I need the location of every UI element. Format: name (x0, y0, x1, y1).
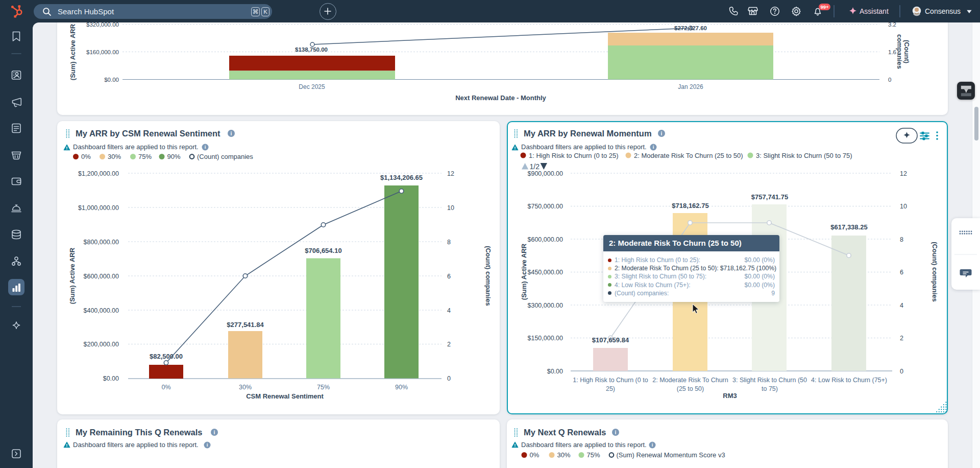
svg-text:My Remaining This Q Renewals: My Remaining This Q Renewals (76, 428, 202, 437)
svg-text:$1,200,000.00: $1,200,000.00 (78, 170, 119, 177)
svg-text:$757,741.75: $757,741.75 (751, 193, 788, 201)
svg-text:Next Renewal Date - Monthly: Next Renewal Date - Monthly (455, 94, 546, 102)
svg-text:4: 4 (447, 307, 451, 314)
svg-text:8: 8 (447, 239, 451, 246)
svg-text:12: 12 (900, 170, 907, 177)
svg-text:75%: 75% (317, 384, 330, 391)
svg-text:0: 0 (447, 375, 451, 382)
svg-text:i: i (652, 442, 653, 448)
svg-text:1.6: 1.6 (888, 49, 896, 55)
svg-text:i: i (661, 131, 663, 136)
svg-text:(Count) companies: (Count) companies (197, 153, 253, 160)
svg-text:Jan 2026: Jan 2026 (678, 83, 703, 90)
svg-text:CSM Renewal Sentiment: CSM Renewal Sentiment (246, 392, 324, 400)
svg-text:$750,000.00: $750,000.00 (527, 203, 563, 210)
svg-text:2: 2 (447, 341, 451, 348)
svg-text:$272,427.60: $272,427.60 (674, 25, 707, 31)
svg-text:(25 to 50): (25 to 50) (677, 385, 704, 392)
svg-text:to 75): to 75) (762, 385, 778, 392)
svg-text:Dashboard filters are applied: Dashboard filters are applied to this re… (73, 143, 199, 151)
svg-text:i: i (615, 430, 617, 435)
svg-text:6: 6 (447, 273, 451, 280)
svg-text:companies: companies (896, 34, 903, 69)
svg-text:30%: 30% (239, 384, 252, 391)
svg-text:$0.00: $0.00 (104, 77, 119, 83)
svg-text:4: Low Risk to Churn (75+): 4: Low Risk to Churn (75+) (811, 377, 887, 384)
svg-text:12: 12 (447, 170, 454, 177)
svg-text:$400,000.00: $400,000.00 (83, 307, 119, 314)
svg-text:$900,000.00: $900,000.00 (527, 170, 563, 177)
svg-text:$160,000.00: $160,000.00 (86, 49, 119, 55)
svg-text:1/2: 1/2 (530, 162, 540, 171)
svg-text:$617,338.25: $617,338.25 (830, 223, 867, 231)
svg-text:6: 6 (900, 269, 903, 276)
svg-text:30%: 30% (108, 153, 121, 160)
svg-text:Dashboard filters are applied: Dashboard filters are applied to this re… (521, 441, 647, 449)
svg-text:i: i (231, 131, 232, 136)
svg-text:$600,000.00: $600,000.00 (527, 236, 563, 243)
svg-text:My Next Q Renewals: My Next Q Renewals (524, 428, 606, 437)
svg-text:90%: 90% (167, 153, 181, 160)
svg-text:2: 2 (900, 335, 903, 342)
svg-text:1: High Risk to Churn (0 to: 1: High Risk to Churn (0 to (573, 377, 648, 384)
svg-text:RM3: RM3 (723, 392, 737, 400)
svg-text:$600,000.00: $600,000.00 (83, 273, 119, 280)
svg-text:$0.00: $0.00 (547, 368, 563, 375)
svg-text:0: 0 (888, 77, 891, 83)
svg-text:$800,000.00: $800,000.00 (83, 239, 119, 246)
svg-text:$1,000,000.00: $1,000,000.00 (78, 204, 119, 212)
svg-text:4: 4 (900, 302, 903, 309)
svg-text:i: i (207, 442, 208, 448)
svg-text:(Count) companies: (Count) companies (484, 246, 492, 306)
svg-text:Assistant: Assistant (860, 7, 889, 15)
svg-text:99+: 99+ (820, 4, 829, 10)
svg-text:(Sum) Renewal Momentum Score v: (Sum) Renewal Momentum Score v3 (617, 451, 725, 459)
svg-text:Dashboard filters are applied: Dashboard filters are applied to this re… (73, 441, 199, 449)
svg-text:My ARR by CSM Renewal Sentimen: My ARR by CSM Renewal Sentiment (76, 129, 220, 138)
svg-text:0%: 0% (81, 153, 91, 160)
svg-text:Dashboard filters are applied: Dashboard filters are applied to this re… (521, 143, 647, 151)
svg-text:0%: 0% (161, 384, 170, 391)
svg-text:$138,750.00: $138,750.00 (295, 46, 328, 53)
svg-text:$706,654.10: $706,654.10 (305, 247, 341, 254)
svg-text:(Sum) Active ARR: (Sum) Active ARR (520, 243, 528, 300)
svg-text:3: Slight Risk to Churn (50: 3: Slight Risk to Churn (50 (732, 377, 807, 384)
svg-text:25): 25) (606, 385, 615, 392)
svg-text:(Count): (Count) (903, 40, 911, 63)
svg-text:i: i (205, 144, 206, 150)
svg-text:$450,000.00: $450,000.00 (527, 269, 563, 276)
svg-text:$150,000.00: $150,000.00 (527, 335, 563, 342)
svg-text:(Sum) Active ARR: (Sum) Active ARR (68, 247, 76, 304)
svg-text:(Sum) Active ARR: (Sum) Active ARR (69, 24, 77, 80)
svg-text:8: 8 (900, 236, 903, 243)
svg-text:$0.00: $0.00 (103, 375, 119, 382)
svg-text:75%: 75% (587, 451, 600, 459)
svg-text:0: 0 (900, 368, 903, 375)
svg-text:$1,134,206.65: $1,134,206.65 (380, 174, 423, 181)
svg-text:2: Moderate Risk To Churn: 2: Moderate Risk To Churn (652, 377, 728, 384)
svg-text:3.2: 3.2 (888, 22, 896, 28)
svg-text:Consensus: Consensus (925, 7, 961, 15)
svg-text:$718,162.75: $718,162.75 (672, 202, 708, 209)
svg-text:$300,000.00: $300,000.00 (527, 302, 563, 309)
svg-text:90%: 90% (395, 384, 408, 391)
svg-text:i: i (653, 144, 654, 150)
svg-text:i: i (214, 430, 215, 435)
svg-text:My ARR by Renewal Momentum: My ARR by Renewal Momentum (524, 129, 652, 138)
svg-text:$277,541.84: $277,541.84 (227, 321, 264, 329)
svg-text:1: High Risk to Churn (0 to 25: 1: High Risk to Churn (0 to 25) (529, 152, 619, 159)
svg-text:10: 10 (900, 203, 907, 210)
svg-text:(Count) companies: (Count) companies (931, 242, 939, 302)
svg-text:10: 10 (447, 204, 454, 212)
svg-text:$200,000.00: $200,000.00 (83, 341, 119, 348)
svg-text:0%: 0% (530, 451, 540, 459)
svg-text:$82,500.00: $82,500.00 (150, 353, 183, 360)
svg-text:3: Slight Risk to Churn (50 to: 3: Slight Risk to Churn (50 to 75) (756, 152, 852, 159)
svg-text:30%: 30% (557, 451, 571, 459)
svg-text:75%: 75% (138, 153, 152, 160)
svg-text:$107,659.84: $107,659.84 (592, 336, 629, 344)
svg-text:Dec 2025: Dec 2025 (299, 83, 325, 90)
svg-text:2: Moderate Risk To Churn (25: 2: Moderate Risk To Churn (25 to 50) (634, 152, 743, 159)
svg-text:$320,000.00: $320,000.00 (86, 22, 119, 28)
